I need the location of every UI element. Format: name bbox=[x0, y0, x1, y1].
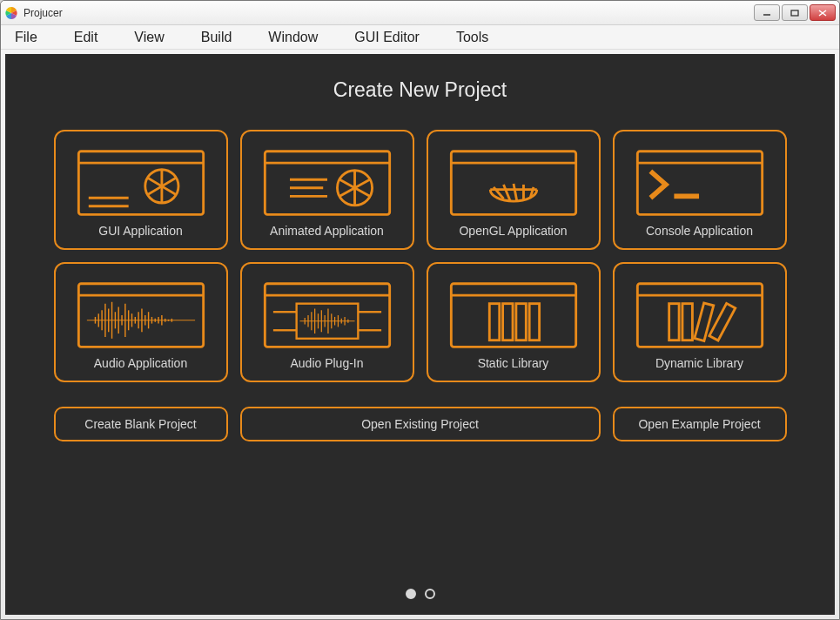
svg-line-20 bbox=[354, 188, 369, 197]
tile-console-application[interactable]: Console Application bbox=[613, 130, 787, 250]
tile-label: Console Application bbox=[646, 224, 753, 238]
window-controls bbox=[754, 4, 836, 21]
tile-gui-application[interactable]: GUI Application bbox=[54, 130, 228, 250]
tile-label: Audio Plug-In bbox=[290, 356, 363, 370]
tile-label: GUI Application bbox=[98, 224, 183, 238]
close-button[interactable] bbox=[810, 4, 836, 21]
title-bar: Projucer bbox=[1, 1, 839, 25]
menu-gui-editor[interactable]: GUI Editor bbox=[349, 26, 425, 49]
app-icon bbox=[4, 6, 18, 20]
animated-app-icon bbox=[247, 140, 407, 224]
action-row: Create Blank Project Open Existing Proje… bbox=[54, 407, 787, 441]
svg-line-19 bbox=[354, 179, 369, 188]
tile-grid: GUI Application bbox=[54, 130, 787, 382]
console-app-icon bbox=[620, 140, 780, 224]
window-frame: Projucer File Edit View Build Window GUI… bbox=[0, 0, 840, 620]
svg-line-9 bbox=[161, 186, 175, 195]
maximize-button[interactable] bbox=[782, 4, 808, 21]
gui-app-icon bbox=[61, 140, 221, 224]
menu-build[interactable]: Build bbox=[196, 26, 238, 49]
tile-label: OpenGL Application bbox=[459, 224, 567, 238]
menu-tools[interactable]: Tools bbox=[451, 26, 494, 49]
svg-rect-96 bbox=[682, 304, 691, 340]
svg-line-12 bbox=[147, 178, 161, 186]
open-existing-button[interactable]: Open Existing Project bbox=[240, 407, 601, 441]
tile-audio-application[interactable]: Audio Application bbox=[54, 262, 228, 382]
window-title: Projucer bbox=[24, 7, 754, 19]
menu-bar: File Edit View Build Window GUI Editor T… bbox=[1, 25, 839, 50]
svg-line-32 bbox=[514, 184, 517, 201]
svg-rect-95 bbox=[669, 304, 678, 340]
svg-line-8 bbox=[161, 178, 175, 186]
pager-dot-1[interactable] bbox=[406, 589, 416, 599]
audio-app-icon bbox=[61, 273, 221, 356]
svg-line-22 bbox=[339, 188, 354, 197]
svg-rect-90 bbox=[502, 304, 512, 340]
button-label: Open Example Project bbox=[638, 417, 760, 431]
button-label: Open Existing Project bbox=[361, 417, 479, 431]
page-title: Create New Project bbox=[333, 78, 507, 102]
svg-rect-65 bbox=[265, 284, 389, 347]
tile-static-library[interactable]: Static Library bbox=[427, 262, 601, 382]
tile-label: Dynamic Library bbox=[655, 356, 743, 370]
tile-animated-application[interactable]: Animated Application bbox=[240, 130, 414, 250]
svg-rect-91 bbox=[515, 304, 525, 340]
minimize-button[interactable] bbox=[754, 4, 780, 21]
dynamic-library-icon bbox=[620, 273, 780, 356]
pager bbox=[406, 589, 435, 599]
tile-audio-plugin[interactable]: Audio Plug-In bbox=[240, 262, 414, 382]
create-blank-button[interactable]: Create Blank Project bbox=[54, 407, 228, 441]
pager-dot-2[interactable] bbox=[425, 589, 435, 599]
svg-line-31 bbox=[503, 185, 510, 201]
tile-opengl-application[interactable]: OpenGL Application bbox=[427, 130, 601, 250]
button-label: Create Blank Project bbox=[84, 417, 196, 431]
svg-rect-38 bbox=[78, 284, 203, 347]
svg-rect-92 bbox=[529, 304, 539, 340]
menu-edit[interactable]: Edit bbox=[69, 26, 104, 49]
open-example-button[interactable]: Open Example Project bbox=[613, 407, 787, 441]
static-library-icon bbox=[433, 273, 594, 356]
menu-file[interactable]: File bbox=[10, 26, 43, 49]
svg-rect-89 bbox=[489, 304, 499, 340]
tile-dynamic-library[interactable]: Dynamic Library bbox=[613, 262, 787, 382]
svg-rect-1 bbox=[791, 10, 798, 16]
menu-window[interactable]: Window bbox=[263, 26, 323, 49]
tile-label: Audio Application bbox=[94, 356, 187, 370]
tile-label: Animated Application bbox=[270, 224, 384, 238]
svg-rect-27 bbox=[451, 152, 575, 215]
svg-line-23 bbox=[339, 179, 354, 188]
menu-view[interactable]: View bbox=[129, 26, 169, 49]
audio-plugin-icon bbox=[247, 273, 407, 356]
svg-line-11 bbox=[147, 186, 161, 195]
content-area: Create New Project bbox=[5, 54, 835, 615]
tile-label: Static Library bbox=[478, 356, 549, 370]
svg-rect-35 bbox=[637, 152, 762, 215]
opengl-app-icon bbox=[433, 140, 594, 224]
